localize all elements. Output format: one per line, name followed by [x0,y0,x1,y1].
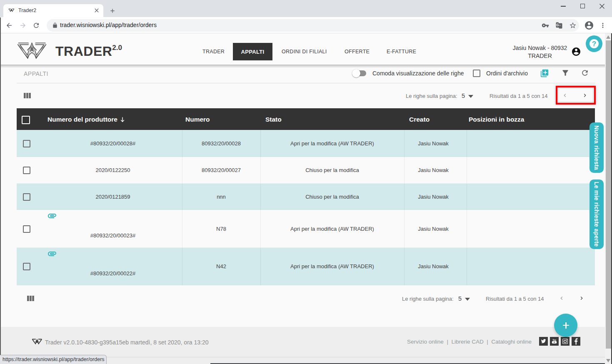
svg-text:You: You [552,339,556,341]
